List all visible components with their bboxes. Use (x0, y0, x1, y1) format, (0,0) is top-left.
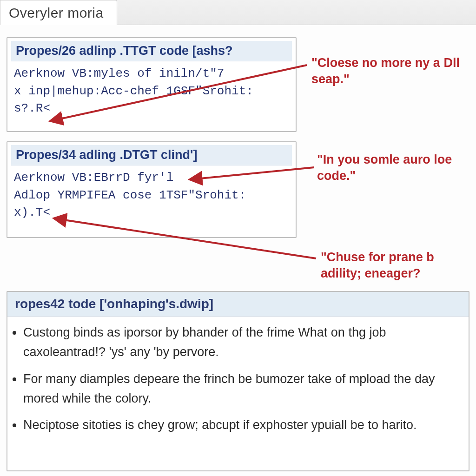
editor-canvas: Overyler moria Propes/26 adlinp .TTGT co… (0, 0, 476, 476)
info-bullet-3: Neciptose sitoties is chey grow; abcupt … (23, 416, 459, 435)
info-bullet-1: Custong binds as iporsor by bhander of t… (23, 323, 459, 362)
info-panel-title: ropes42 tode ['onhaping's.dwip] (7, 292, 469, 317)
info-panel: ropes42 tode ['onhaping's.dwip] Custong … (7, 291, 469, 471)
info-bullet-2: For many diamples depeare the frinch be … (23, 370, 459, 409)
info-panel-bullets: Custong binds as iporsor by bhander of t… (7, 317, 469, 447)
